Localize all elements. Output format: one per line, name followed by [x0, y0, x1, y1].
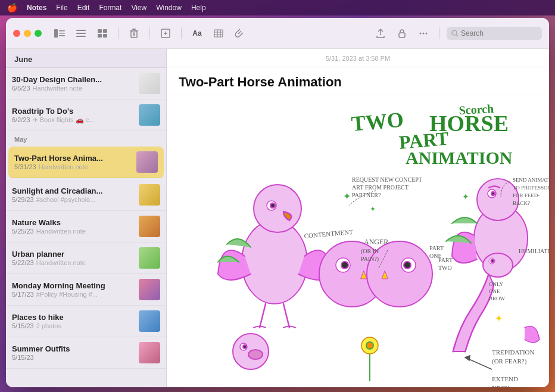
svg-text:TO PROFESSOR: TO PROFESSOR [513, 185, 549, 191]
note-preview: Handwritten note [36, 228, 134, 235]
traffic-lights [13, 30, 42, 37]
note-preview: Handwritten note [33, 85, 134, 92]
note-title: Urban planner [12, 250, 134, 259]
note-title: Sunlight and Circadian... [12, 186, 134, 195]
note-info: Nature Walks 5/25/23 Handwritten note [12, 218, 134, 235]
svg-text:PART: PART [438, 257, 453, 263]
share-button[interactable] [372, 25, 389, 42]
note-item-nature-walks[interactable]: Nature Walks 5/25/23 Handwritten note [6, 211, 166, 242]
svg-rect-1 [59, 30, 65, 32]
table-button[interactable] [210, 25, 227, 42]
svg-text:PART: PART [429, 245, 444, 251]
svg-point-47 [404, 262, 411, 269]
svg-point-28 [452, 30, 457, 35]
note-info: Urban planner 5/22/23 Handwritten note [12, 250, 134, 266]
svg-rect-15 [135, 32, 136, 36]
svg-rect-24 [399, 33, 405, 38]
note-title: Two-Part Horse Anima... [14, 154, 132, 163]
separator-1 [118, 27, 119, 39]
lock-button[interactable] [394, 25, 410, 42]
close-button[interactable] [13, 30, 20, 37]
note-thumbnail [139, 310, 160, 332]
svg-rect-14 [133, 32, 134, 36]
list-view-button[interactable] [73, 25, 89, 42]
svg-text:TWO: TWO [438, 265, 452, 271]
note-item-places-hike[interactable]: Places to hike 5/15/23 2 photos [6, 306, 166, 337]
menu-edit[interactable]: Edit [77, 4, 90, 12]
svg-rect-2 [59, 33, 65, 34]
editor-timestamp: 5/31, 2023 at 3:58 PM [167, 49, 549, 67]
svg-text:REQUEST NEW CONCEPT: REQUEST NEW CONCEPT [352, 176, 422, 183]
sketch-drawing: TWO PART HORSE ANIMATION [167, 95, 549, 387]
svg-rect-10 [103, 34, 107, 38]
menu-file[interactable]: File [56, 4, 67, 12]
menu-help[interactable]: Help [191, 4, 206, 12]
svg-text:NECK: NECK [492, 384, 510, 387]
note-item-summer-outfits[interactable]: Summer Outfits 5/15/23 [6, 337, 166, 369]
note-preview: 2 photos [36, 322, 134, 329]
separator-3 [181, 27, 182, 39]
editor-content[interactable]: TWO PART HORSE ANIMATION [167, 95, 549, 387]
svg-text:TREPIDATION: TREPIDATION [492, 349, 535, 356]
svg-text:ART FROM PROJECT: ART FROM PROJECT [352, 184, 409, 191]
new-note-button[interactable] [157, 25, 174, 42]
note-info: 30-Day Design Challen... 6/5/23 Handwrit… [12, 75, 134, 92]
svg-point-55 [243, 345, 247, 349]
more-button[interactable] [415, 25, 432, 42]
search-box[interactable] [447, 27, 542, 40]
svg-text:ONLY: ONLY [489, 281, 504, 287]
note-item-horse-animation[interactable]: Two-Part Horse Anima... 5/31/23 Handwrit… [8, 147, 164, 178]
svg-rect-4 [76, 30, 86, 31]
svg-point-62 [491, 260, 494, 263]
note-thumbnail [139, 342, 160, 363]
menu-window[interactable]: Window [156, 4, 182, 12]
note-thumbnail [139, 216, 160, 237]
note-item-roadtrip[interactable]: Roadtrip To Do's 6/2/23 ✈ Book flights 🚗… [6, 99, 166, 131]
format-button[interactable]: Aa [189, 25, 205, 42]
note-date: 5/15/23 [12, 354, 34, 361]
svg-point-59 [366, 342, 373, 349]
note-info: Places to hike 5/15/23 2 photos [12, 313, 134, 329]
note-item-design-challenge[interactable]: 30-Day Design Challen... 6/5/23 Handwrit… [6, 68, 166, 99]
editor: 5/31, 2023 at 3:58 PM Two-Part Horse Ani… [167, 49, 549, 387]
note-date: 6/2/23 [12, 116, 30, 123]
sidebar-section-may: May [6, 131, 166, 145]
note-preview: ✈ Book flights 🚗 c... [33, 116, 134, 124]
search-input[interactable] [461, 29, 532, 38]
apple-menu[interactable]: 🍎 [7, 3, 17, 13]
svg-text:BACK?: BACK? [513, 200, 530, 206]
minimize-button[interactable] [24, 30, 31, 37]
menu-format[interactable]: Format [99, 4, 121, 12]
svg-text:ANIMATION: ANIMATION [406, 148, 513, 167]
svg-point-27 [426, 32, 428, 34]
svg-text:PARTNER?: PARTNER? [352, 192, 381, 198]
svg-rect-7 [98, 29, 102, 33]
editor-title[interactable]: Two-Part Horse Animation [167, 67, 549, 95]
separator-2 [149, 27, 150, 39]
svg-text:✦: ✦ [343, 191, 351, 201]
svg-point-38 [270, 203, 275, 208]
svg-point-52 [491, 192, 495, 195]
note-item-monday-meeting[interactable]: Monday Morning Meeting 5/17/23 #Policy #… [6, 274, 166, 306]
svg-point-26 [423, 32, 425, 34]
attach-button[interactable] [232, 25, 248, 42]
menu-notes[interactable]: Notes [27, 4, 46, 12]
note-item-sunlight[interactable]: Sunlight and Circadian... 5/29/23 #schoo… [6, 179, 166, 211]
menu-view[interactable]: View [131, 4, 146, 12]
delete-button[interactable] [126, 25, 142, 42]
sidebar-toggle-button[interactable] [51, 25, 68, 42]
svg-text:SEND ANIMATION: SEND ANIMATION [513, 177, 549, 183]
note-item-urban-planner[interactable]: Urban planner 5/22/23 Handwritten note [6, 242, 166, 274]
svg-point-35 [242, 220, 307, 304]
svg-text:FOR FEED-: FOR FEED- [513, 192, 540, 198]
gallery-view-button[interactable] [94, 25, 111, 42]
note-preview: #school #psycholo... [36, 196, 134, 203]
note-thumbnail [139, 184, 160, 206]
note-date: 5/29/23 [12, 196, 34, 203]
svg-rect-9 [98, 34, 102, 38]
svg-point-36 [254, 185, 301, 232]
note-preview: Handwritten note [36, 259, 134, 266]
maximize-button[interactable] [35, 30, 42, 37]
note-info: Summer Outfits 5/15/23 [12, 344, 134, 361]
svg-text:TWO: TWO [350, 107, 404, 136]
